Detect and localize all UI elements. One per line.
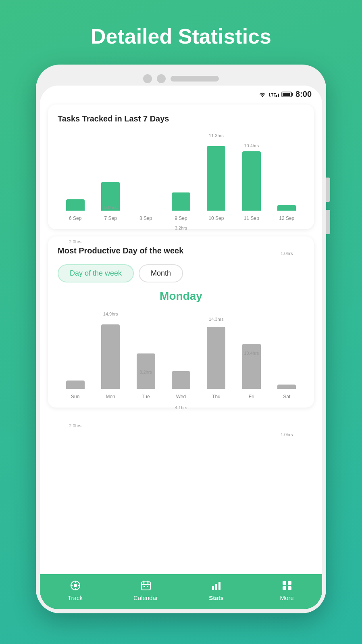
nav-label-track: Track [68,594,83,601]
bar-group: 4.1hrsWed [163,360,198,399]
bar-value-label: 11.3hrs [209,133,224,138]
bar-day-label: 9 Sep [175,215,187,221]
bar-value-label: 14.9hrs [103,312,118,316]
nav-item-calendar[interactable]: Calendar [110,579,181,601]
toggle-group: Day of the week Month [58,264,304,282]
card2-title: Most Productive Day of the week [58,246,304,255]
bar-day-label: Fri [249,394,254,399]
bar-day-label: 10 Sep [208,215,224,221]
nav-label-stats: Stats [209,594,224,601]
phone-screen: LTE 8:00 Tasks Tracked in Last 7 Days 2.… [40,86,322,609]
bar-group: 14.3hrsThu [199,316,234,399]
nav-item-track[interactable]: Track [40,579,110,601]
svg-rect-25 [288,586,291,590]
scroll-area[interactable]: Tasks Tracked in Last 7 Days 2.0hrs6 Sep… [40,100,322,574]
bar-day-label: 8 Sep [139,215,152,221]
svg-rect-5 [291,93,293,96]
speaker-bar [171,76,219,82]
camera-dot-1 [143,74,152,83]
battery-icon [282,91,293,98]
bar-group: 1.0hrsSat [269,373,304,399]
track-icon [69,579,82,592]
svg-rect-6 [283,93,290,96]
page-title: Detailed Statistics [91,24,271,48]
bar-group: 3.2hrs9 Sep [163,181,198,221]
bar-value-label: 2.0hrs [69,239,81,244]
bar-value-label: 1.0hrs [281,251,293,256]
bar-value-label: 10.4hrs [244,351,259,355]
bar-day-label: 7 Sep [104,215,117,221]
phone-frame: LTE 8:00 Tasks Tracked in Last 7 Days 2.… [36,65,326,613]
bar-day-label: Wed [176,394,186,399]
toggle-month[interactable]: Month [139,264,183,282]
svg-point-8 [74,584,77,587]
bar-rect [207,327,225,389]
bar-value-label: 10.4hrs [244,143,259,148]
bar-value-label: 1.0hrs [281,432,293,437]
status-time: 8:00 [295,90,312,99]
svg-point-0 [262,96,263,97]
status-icons: LTE [258,91,293,98]
svg-rect-23 [288,581,291,585]
featured-day: Monday [58,290,304,303]
bar-rect [277,205,296,211]
bar-group: 2.0hrsSun [58,369,93,399]
bar-chart-1: 2.0hrs6 Sep5.0hrs7 Sep8 Sep3.2hrs9 Sep11… [58,132,304,221]
bar-value-label: 3.2hrs [175,226,187,230]
status-bar: LTE 8:00 [40,86,322,100]
svg-rect-13 [141,582,150,590]
svg-rect-18 [147,586,148,587]
calendar-icon [139,579,152,592]
bar-group: 2.0hrs6 Sep [58,188,93,221]
bar-group: 10.4hrs11 Sep [234,140,269,221]
bar-rect [66,381,85,389]
svg-text:LTE: LTE [269,93,276,97]
bar-day-label: 6 Sep [69,215,81,221]
bar-group: 8 Sep [128,199,163,221]
bar-value-label: 5.0hrs [104,205,117,210]
nav-label-calendar: Calendar [133,594,158,601]
bar-rect [242,151,261,211]
bar-group: 8.2hrsTue [128,342,163,399]
svg-rect-24 [283,586,286,590]
bar-rect [172,192,190,211]
bar-day-label: 12 Sep [279,215,294,221]
bar-day-label: Sat [283,394,290,399]
bar-rect [66,199,85,211]
side-button-2 [326,210,330,234]
wifi-icon [258,91,266,98]
bar-value-label: 8.2hrs [139,370,152,374]
card1-title: Tasks Tracked in Last 7 Days [58,114,304,123]
bar-group: 1.0hrs12 Sep [269,194,304,221]
bar-day-label: 11 Sep [244,215,259,221]
toggle-day-of-week[interactable]: Day of the week [58,264,134,282]
bar-chart-2: 2.0hrsSun14.9hrsMon8.2hrsTue4.1hrsWed14.… [58,311,304,399]
bar-day-label: Mon [106,394,115,399]
svg-rect-21 [218,582,221,590]
bar-rect [172,371,190,389]
bar-rect [207,146,225,211]
bar-group: 14.9hrsMon [93,313,128,399]
camera-dot-2 [157,74,166,83]
bar-day-label: Sun [71,394,79,399]
bar-group: 11.3hrs10 Sep [199,135,234,221]
bar-value-label: 14.3hrs [209,317,224,322]
bar-rect [101,324,120,389]
lte-icon: LTE [269,91,279,98]
bar-group: 10.4hrsFri [234,332,269,399]
nav-item-stats[interactable]: Stats [181,579,252,601]
more-icon [281,579,293,592]
svg-rect-22 [283,581,286,585]
card-productive-day: Most Productive Day of the week Day of t… [48,236,314,408]
bottom-nav: Track Calendar Stats More [40,574,322,609]
bar-value-label: 4.1hrs [175,405,187,410]
svg-rect-3 [278,94,279,97]
nav-item-more[interactable]: More [252,579,322,601]
svg-rect-20 [215,584,217,590]
bar-day-label: Tue [141,394,150,399]
card-last-7-days: Tasks Tracked in Last 7 Days 2.0hrs6 Sep… [48,105,314,229]
svg-rect-2 [276,95,277,97]
phone-top-bar [40,69,322,86]
svg-rect-19 [212,586,214,590]
bar-group: 5.0hrs7 Sep [93,171,128,221]
